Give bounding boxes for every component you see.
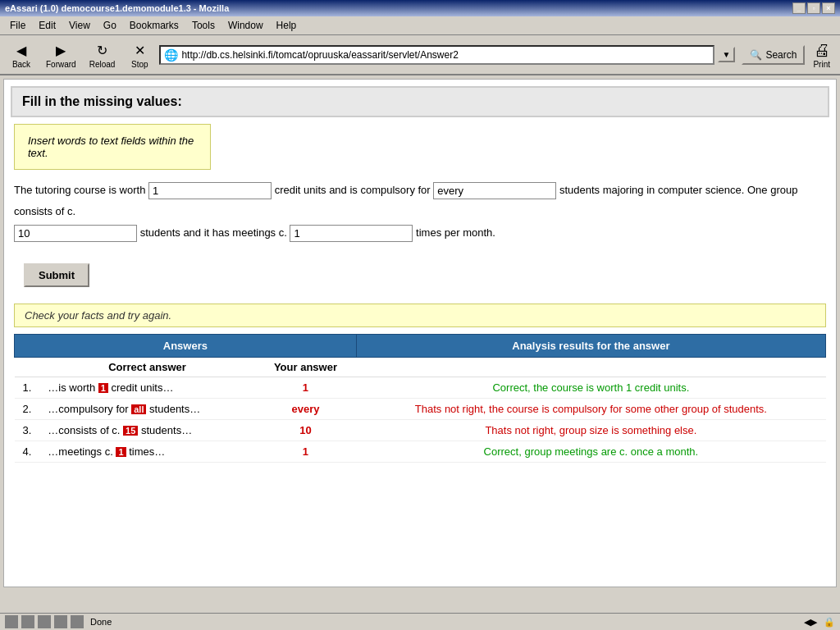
address-icon: 🌐 (164, 48, 178, 62)
print-button[interactable]: 🖨 Print (808, 39, 835, 71)
your-answer-cell: every (255, 399, 357, 420)
address-input[interactable] (181, 49, 709, 61)
table-row: 2. …compulsory for all students… every T… (15, 399, 826, 420)
analysis-sub-header (356, 358, 825, 377)
table-row: 1. …is worth 1 credit units… 1 Correct, … (15, 377, 826, 399)
correct-answer-sub-header: Correct answer (39, 358, 254, 377)
close-button[interactable]: × (822, 2, 835, 14)
forward-icon: ▶ (51, 40, 71, 60)
highlight-2: all (131, 404, 146, 414)
menu-bookmarks[interactable]: Bookmarks (123, 18, 185, 33)
highlight-4: 1 (116, 447, 126, 457)
your-answer-cell: 1 (255, 441, 357, 463)
your-answer-sub-header: Your answer (255, 358, 357, 377)
highlight-3: 15 (123, 426, 138, 436)
correct-answer-cell: …is worth 1 credit units… (39, 377, 254, 399)
analysis-cell: Thats not right, the course is compulsor… (356, 399, 825, 420)
back-icon: ◀ (11, 40, 31, 60)
main-content: Fill in the missing values: Insert words… (3, 79, 837, 587)
input-compulsory[interactable] (433, 182, 556, 199)
results-table: Answers Analysis results for the answer … (14, 334, 826, 463)
input-credit-units[interactable] (148, 182, 272, 199)
submit-button[interactable]: Submit (24, 263, 89, 287)
num-sub-header (15, 358, 40, 377)
title-bar: eAssari (1.0) democourse1.demomodule1.3 … (0, 0, 840, 16)
analysis-cell: Correct, the course is worth 1 credit un… (356, 377, 825, 399)
your-answer-cell: 1 (255, 377, 357, 399)
reload-icon: ↻ (93, 40, 112, 60)
menu-bar: File Edit View Go Bookmarks Tools Window… (0, 16, 840, 35)
correct-answer-cell: …consists of c. 15 students… (39, 420, 254, 441)
reload-button[interactable]: ↻ Reload (84, 39, 121, 71)
menu-view[interactable]: View (62, 18, 97, 33)
instruction-box: Insert words to text fields within the t… (14, 124, 211, 170)
analysis-cell: Correct, group meetings are c. once a mo… (356, 441, 825, 463)
maximize-button[interactable]: ▫ (807, 2, 820, 14)
your-answer-cell: 10 (255, 420, 357, 441)
analysis-cell: Thats not right, group size is something… (356, 420, 825, 441)
menu-window[interactable]: Window (221, 18, 270, 33)
page-title: Fill in the missing values: (11, 86, 829, 117)
table-row: 4. …meetings c. 1 times… 1 Correct, grou… (15, 441, 826, 463)
row-num: 3. (15, 420, 40, 441)
stop-icon: ✕ (130, 40, 149, 60)
forward-button[interactable]: ▶ Forward (41, 39, 81, 71)
feedback-box: Check your facts and try again. (14, 304, 826, 327)
answers-column-header: Answers (15, 335, 357, 358)
correct-answer-cell: …compulsory for all students… (39, 399, 254, 420)
search-button[interactable]: 🔍 Search (742, 45, 805, 65)
stop-button[interactable]: ✕ Stop (123, 39, 156, 71)
window-title: eAssari (1.0) democourse1.demomodule1.3 … (5, 3, 229, 13)
exercise-text: The tutoring course is worth credit unit… (14, 180, 826, 244)
input-meetings[interactable] (290, 225, 413, 242)
table-row: 3. …consists of c. 15 students… 10 Thats… (15, 420, 826, 441)
print-icon: 🖨 (814, 41, 830, 60)
row-num: 2. (15, 399, 40, 420)
toolbar: ◀ Back ▶ Forward ↻ Reload ✕ Stop 🌐 ▼ 🔍 S… (0, 35, 840, 75)
search-icon: 🔍 (750, 49, 762, 61)
menu-tools[interactable]: Tools (185, 18, 221, 33)
correct-answer-cell: …meetings c. 1 times… (39, 441, 254, 463)
highlight-1: 1 (98, 383, 108, 393)
menu-file[interactable]: File (3, 18, 32, 33)
analysis-column-header: Analysis results for the answer (356, 335, 825, 358)
menu-go[interactable]: Go (97, 18, 123, 33)
menu-help[interactable]: Help (270, 18, 304, 33)
back-button[interactable]: ◀ Back (5, 39, 38, 71)
input-group-size[interactable] (14, 225, 137, 242)
menu-edit[interactable]: Edit (32, 18, 62, 33)
address-dropdown[interactable]: ▼ (718, 47, 736, 62)
address-bar: 🌐 (159, 45, 714, 65)
title-bar-controls: _ ▫ × (792, 2, 835, 14)
row-num: 1. (15, 377, 40, 399)
minimize-button[interactable]: _ (792, 2, 806, 14)
row-num: 4. (15, 441, 40, 463)
